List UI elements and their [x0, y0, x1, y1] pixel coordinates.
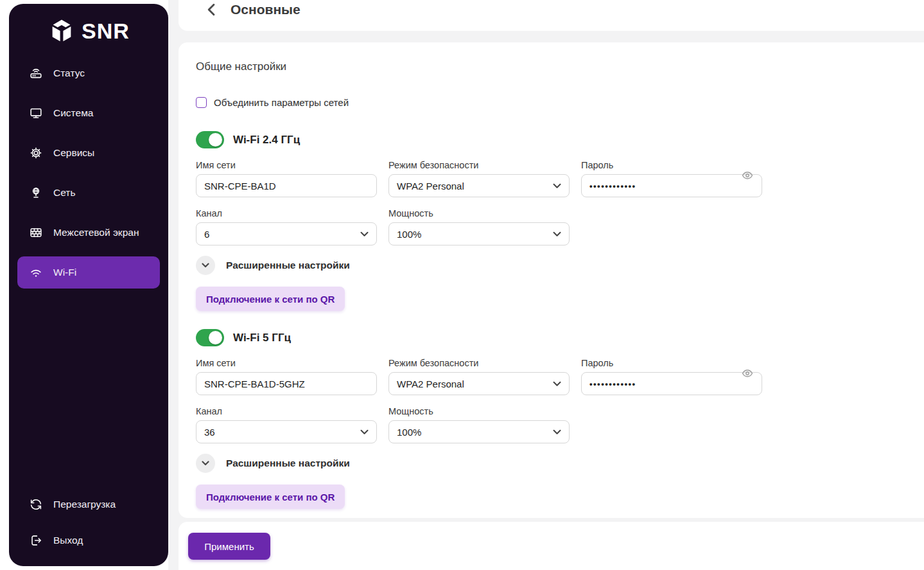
eye-icon[interactable] — [741, 170, 754, 181]
channel-value: 6 — [204, 229, 209, 240]
back-chevron-icon — [205, 3, 216, 16]
channel-field: Канал 36 — [196, 406, 377, 443]
password-input[interactable] — [581, 174, 762, 197]
password-field: Пароль — [581, 160, 762, 197]
network-name-field: Имя сети — [196, 160, 377, 197]
advanced-settings-label: Расширенные настройки — [226, 260, 350, 271]
fields-row: Канал 6 Мощность 100% — [196, 208, 920, 245]
page-title: Основные — [231, 1, 301, 18]
network-name-field: Имя сети — [196, 358, 377, 395]
password-label: Пароль — [581, 358, 762, 368]
chevron-down-icon — [360, 231, 369, 237]
password-label: Пароль — [581, 160, 762, 170]
channel-field: Канал 6 — [196, 208, 377, 245]
wifi-24ghz-toggle[interactable] — [196, 131, 224, 148]
channel-select[interactable]: 36 — [196, 420, 377, 443]
gear-icon — [29, 146, 43, 160]
sidebar-item-firewall[interactable]: Межсетевой экран — [17, 217, 160, 249]
wifi-24ghz-toggle-row: Wi-Fi 2.4 ГГц — [196, 131, 920, 148]
toggle-knob — [209, 331, 222, 344]
sidebar-item-label: Сервисы — [53, 147, 94, 159]
sidebar-item-label: Статус — [53, 67, 85, 79]
wifi-24ghz-label: Wi-Fi 2.4 ГГц — [233, 134, 300, 147]
channel-value: 36 — [204, 427, 215, 438]
sidebar-item-label: Wi-Fi — [53, 267, 76, 278]
network-name-label: Имя сети — [196, 160, 377, 170]
chevron-down-icon — [553, 183, 561, 189]
eye-icon[interactable] — [741, 368, 754, 379]
section-title: Общие настройки — [196, 60, 920, 73]
security-mode-select[interactable]: WPA2 Personal — [388, 174, 570, 197]
security-mode-label: Режим безопасности — [388, 160, 570, 170]
chevron-down-icon — [553, 429, 561, 435]
sidebar-item-system[interactable]: Система — [17, 97, 160, 129]
chevron-down-icon — [553, 231, 561, 237]
refresh-icon — [29, 497, 43, 512]
wifi-5ghz-section: Wi-Fi 5 ГГц Имя сети Режим безопасности … — [196, 329, 920, 509]
chevron-down-icon — [202, 263, 209, 268]
toggle-knob — [209, 133, 222, 147]
channel-select[interactable]: 6 — [196, 222, 377, 245]
merge-networks-label: Объединить параметры сетей — [214, 97, 349, 108]
back-button[interactable] — [202, 1, 219, 18]
wifi-5ghz-toggle[interactable] — [196, 329, 224, 346]
power-value: 100% — [397, 427, 421, 438]
merge-networks-row: Объединить параметры сетей — [196, 96, 920, 108]
sidebar: SNR Статус Система — [9, 4, 168, 566]
power-select[interactable]: 100% — [388, 420, 570, 443]
apply-button[interactable]: Применить — [188, 533, 270, 560]
sidebar-item-services[interactable]: Сервисы — [17, 137, 160, 169]
sidebar-item-label: Межсетевой экран — [53, 227, 139, 238]
channel-label: Канал — [196, 208, 377, 218]
chevron-down-icon — [553, 381, 561, 387]
sidebar-item-label: Выход — [53, 535, 83, 546]
qr-connect-button[interactable]: Подключение к сети по QR — [196, 287, 345, 311]
chevron-down-icon — [360, 429, 369, 435]
channel-label: Канал — [196, 406, 377, 416]
password-field: Пароль — [581, 358, 762, 395]
merge-networks-checkbox[interactable] — [196, 97, 207, 108]
fields-row: Имя сети Режим безопасности WPA2 Persona… — [196, 160, 920, 197]
logo-text: SNR — [82, 19, 130, 44]
logout-icon — [29, 533, 43, 548]
security-mode-value: WPA2 Personal — [397, 379, 464, 389]
fields-row: Имя сети Режим безопасности WPA2 Persona… — [196, 358, 920, 395]
power-value: 100% — [397, 229, 421, 240]
globe-icon — [29, 186, 43, 200]
security-mode-select[interactable]: WPA2 Personal — [388, 372, 570, 395]
page-header: Основные — [179, 0, 924, 31]
chevron-down-icon — [202, 461, 209, 466]
sidebar-item-status[interactable]: Статус — [17, 57, 160, 89]
fields-row: Канал 36 Мощность 100% — [196, 406, 920, 443]
monitor-icon — [29, 106, 43, 120]
sidebar-item-network[interactable]: Сеть — [17, 177, 160, 209]
power-label: Мощность — [388, 208, 570, 218]
snr-logo-icon — [48, 18, 76, 44]
security-mode-field: Режим безопасности WPA2 Personal — [388, 160, 570, 197]
advanced-expand-button[interactable] — [196, 454, 215, 473]
wifi-24ghz-section: Wi-Fi 2.4 ГГц Имя сети Режим безопасност… — [196, 131, 920, 311]
power-label: Мощность — [388, 406, 570, 416]
network-name-input[interactable] — [196, 174, 377, 197]
security-mode-value: WPA2 Personal — [397, 181, 464, 191]
advanced-settings-row: Расширенные настройки — [196, 454, 920, 473]
sidebar-item-label: Перезагрузка — [53, 499, 116, 510]
sidebar-footer: Перезагрузка Выход — [9, 488, 168, 557]
qr-connect-button[interactable]: Подключение к сети по QR — [196, 485, 345, 509]
power-field: Мощность 100% — [388, 208, 570, 245]
advanced-settings-label: Расширенные настройки — [226, 458, 350, 469]
power-select[interactable]: 100% — [388, 222, 570, 245]
snr-logo: SNR — [9, 10, 168, 51]
network-name-input[interactable] — [196, 372, 377, 395]
sidebar-item-wifi[interactable]: Wi-Fi — [17, 256, 160, 289]
password-input[interactable] — [581, 372, 762, 395]
advanced-settings-row: Расширенные настройки — [196, 256, 920, 275]
sidebar-item-label: Система — [53, 107, 93, 119]
router-icon — [29, 66, 43, 80]
power-field: Мощность 100% — [388, 406, 570, 443]
settings-card: Общие настройки Объединить параметры сет… — [179, 42, 924, 518]
sidebar-menu: Статус Система Сервисы — [9, 57, 168, 289]
advanced-expand-button[interactable] — [196, 256, 215, 275]
sidebar-item-logout[interactable]: Выход — [17, 524, 160, 557]
sidebar-item-reboot[interactable]: Перезагрузка — [17, 488, 160, 521]
